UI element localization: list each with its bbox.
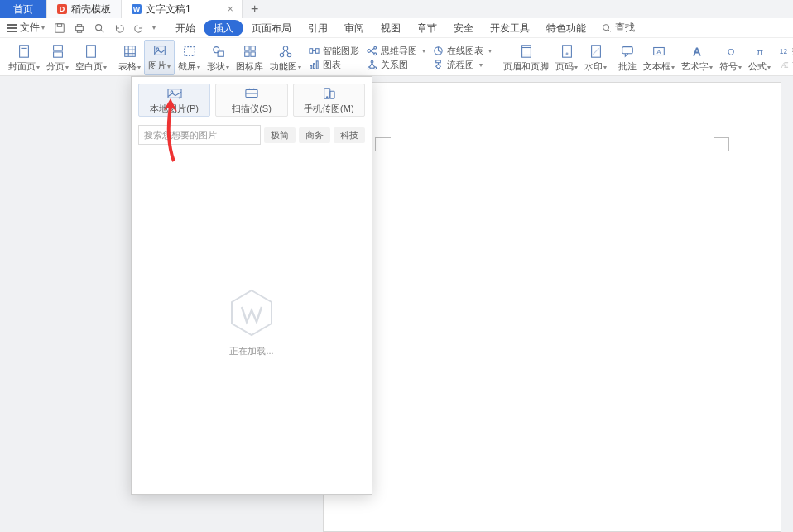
tag-business[interactable]: 商务 bbox=[299, 127, 330, 143]
ribbon-tab-layout[interactable]: 页面布局 bbox=[243, 18, 300, 38]
smartart-button[interactable]: 智能图形 bbox=[308, 45, 359, 57]
svg-rect-12 bbox=[53, 52, 62, 57]
close-icon[interactable]: × bbox=[224, 3, 237, 15]
redo-icon[interactable] bbox=[132, 22, 146, 35]
ribbon-tab-security[interactable]: 安全 bbox=[445, 18, 482, 38]
chevron-down-icon: ▾ bbox=[41, 24, 45, 31]
function-diagram-button[interactable]: 功能图▾ bbox=[267, 40, 305, 75]
svg-point-30 bbox=[287, 53, 291, 57]
svg-point-44 bbox=[371, 60, 373, 63]
ribbon-tab-start[interactable]: 开始 bbox=[167, 18, 204, 38]
svg-point-7 bbox=[603, 24, 609, 30]
flowchart-button[interactable]: 流程图▾ bbox=[432, 59, 492, 71]
screenshot-button[interactable]: 截屏▾ bbox=[175, 40, 204, 75]
quick-access-toolbar: ▾ bbox=[53, 22, 156, 35]
ribbon-tab-references[interactable]: 引用 bbox=[300, 18, 336, 38]
tab-label: 文字文稿1 bbox=[146, 2, 191, 17]
page-number-button[interactable]: #页码▾ bbox=[552, 40, 581, 75]
symbol-button[interactable]: Ω符号▾ bbox=[716, 40, 745, 75]
svg-rect-36 bbox=[310, 65, 311, 69]
loading-text: 正在加载... bbox=[229, 345, 273, 357]
ribbon-tab-review[interactable]: 审阅 bbox=[336, 18, 372, 38]
tab-document[interactable]: W 文字文稿1 × bbox=[122, 0, 243, 18]
picture-button[interactable]: 图片▾ bbox=[144, 40, 175, 75]
tab-docker-templates[interactable]: D 稻壳模板 bbox=[47, 0, 122, 18]
svg-line-6 bbox=[101, 29, 104, 32]
svg-text:Ω: Ω bbox=[727, 46, 734, 57]
svg-rect-84 bbox=[324, 88, 330, 98]
tag-tech[interactable]: 科技 bbox=[334, 127, 365, 143]
preview-icon[interactable] bbox=[93, 22, 106, 35]
docker-icon: D bbox=[57, 4, 67, 14]
tab-home[interactable]: 首页 bbox=[0, 0, 47, 18]
svg-line-31 bbox=[282, 50, 285, 54]
svg-rect-34 bbox=[315, 48, 319, 53]
shapes-button[interactable]: 形状▾ bbox=[204, 40, 233, 75]
table-button[interactable]: 表格▾ bbox=[115, 40, 144, 75]
workspace: 本地图片(P) 扫描仪(S) 手机传图(M) 搜索您想要的图片 极简 商务 科技… bbox=[0, 76, 793, 532]
scanner-label: 扫描仪(S) bbox=[232, 103, 272, 115]
svg-text:π: π bbox=[756, 46, 762, 57]
wordart-button[interactable]: A艺术字▾ bbox=[678, 40, 716, 75]
scanner-button[interactable]: 扫描仪(S) bbox=[215, 84, 287, 117]
ribbon-tab-insert[interactable]: 插入 bbox=[204, 20, 243, 36]
svg-text:#: # bbox=[565, 51, 568, 56]
picture-search-input[interactable]: 搜索您想要的图片 bbox=[138, 125, 261, 145]
search-button[interactable]: 查找 bbox=[601, 21, 635, 35]
comment-button[interactable]: 批注 bbox=[615, 40, 640, 75]
cover-page-button[interactable]: 封面页▾ bbox=[5, 40, 43, 75]
ribbon-tab-developer[interactable]: 开发工具 bbox=[482, 18, 538, 38]
save-icon[interactable] bbox=[53, 22, 66, 35]
tab-label: 稻壳模板 bbox=[71, 2, 111, 17]
online-chart-button[interactable]: 在线图表▾ bbox=[432, 45, 492, 57]
svg-line-48 bbox=[372, 63, 374, 67]
insert-number-button[interactable]: 12插入数字 bbox=[777, 45, 793, 57]
document-page[interactable] bbox=[323, 82, 781, 532]
ribbon-tab-chapter[interactable]: 章节 bbox=[409, 18, 445, 38]
chart-button[interactable]: 图表 bbox=[308, 59, 359, 71]
svg-rect-33 bbox=[309, 48, 312, 53]
watermark-button[interactable]: 水印▾ bbox=[581, 40, 610, 75]
mindmap-button[interactable]: 思维导图▾ bbox=[366, 45, 425, 57]
page-break-button[interactable]: 分页▾ bbox=[43, 40, 72, 75]
svg-rect-2 bbox=[76, 26, 84, 30]
chevron-down-icon[interactable]: ▾ bbox=[152, 24, 156, 31]
svg-rect-27 bbox=[250, 52, 254, 56]
svg-rect-37 bbox=[313, 63, 315, 69]
svg-point-22 bbox=[213, 47, 219, 53]
search-label: 查找 bbox=[615, 21, 635, 35]
svg-rect-54 bbox=[521, 46, 531, 57]
svg-rect-4 bbox=[77, 30, 81, 32]
svg-rect-1 bbox=[57, 23, 61, 26]
svg-rect-9 bbox=[20, 46, 29, 57]
dropcap-button[interactable]: A首字下沉 bbox=[777, 59, 793, 71]
ribbon-tab-features[interactable]: 特色功能 bbox=[538, 18, 594, 38]
svg-point-5 bbox=[96, 24, 102, 30]
textbox-button[interactable]: A文本框▾ bbox=[640, 40, 678, 75]
svg-point-29 bbox=[280, 53, 284, 57]
equation-button[interactable]: π公式▾ bbox=[745, 40, 774, 75]
icon-library-button[interactable]: 图标库 bbox=[233, 40, 267, 75]
mobile-label: 手机传图(M) bbox=[304, 103, 354, 115]
ribbon-toolbar: 封面页▾ 分页▾ 空白页▾ 表格▾ 图片▾ 截屏▾ 形状▾ 图标库 功能图▾ 智… bbox=[0, 38, 793, 76]
mobile-transfer-button[interactable]: 手机传图(M) bbox=[293, 84, 365, 117]
svg-text:A: A bbox=[657, 48, 661, 55]
svg-rect-24 bbox=[244, 46, 248, 50]
print-icon[interactable] bbox=[73, 22, 86, 35]
picture-dropdown-panel: 本地图片(P) 扫描仪(S) 手机传图(M) 搜索您想要的图片 极简 商务 科技… bbox=[131, 76, 372, 495]
tabs-bar: 首页 D 稻壳模板 W 文字文稿1 × + bbox=[0, 0, 793, 18]
blank-page-button[interactable]: 空白页▾ bbox=[72, 40, 110, 75]
ribbon-tab-view[interactable]: 视图 bbox=[372, 18, 409, 38]
file-menu[interactable]: 文件 ▾ bbox=[7, 21, 45, 35]
svg-rect-21 bbox=[184, 47, 195, 56]
local-picture-label: 本地图片(P) bbox=[150, 103, 199, 115]
local-picture-button[interactable]: 本地图片(P) bbox=[138, 84, 210, 117]
svg-point-20 bbox=[156, 48, 158, 50]
header-footer-button[interactable]: 页眉和页脚 bbox=[500, 40, 552, 75]
relation-diagram-button[interactable]: 关系图 bbox=[366, 59, 425, 71]
undo-icon[interactable] bbox=[113, 22, 126, 35]
add-tab-button[interactable]: + bbox=[243, 0, 267, 18]
svg-line-42 bbox=[370, 48, 374, 50]
tag-minimal[interactable]: 极简 bbox=[264, 127, 296, 143]
svg-line-8 bbox=[608, 29, 611, 31]
